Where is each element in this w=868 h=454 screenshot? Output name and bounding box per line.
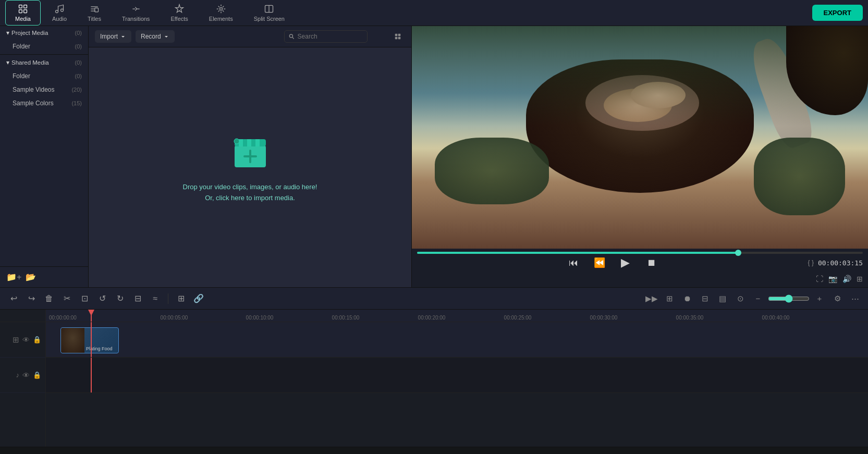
timeline-scrollbar[interactable] [0, 447, 868, 454]
music-icon[interactable]: ♪ [16, 371, 20, 379]
detach-audio-button[interactable]: ⊟ [130, 291, 145, 306]
snapshot-button[interactable]: 📷 [828, 275, 837, 283]
svg-rect-13 [398, 34, 401, 36]
svg-rect-3 [24, 10, 27, 13]
preview-panel: ⏮ ⏪ ▶ ⏹ { } 00:00:03:15 ⛶ 📷 🔊 ⊞ [412, 26, 868, 287]
search-input[interactable] [298, 33, 363, 40]
svg-line-11 [292, 38, 294, 39]
zoom-in-button[interactable]: + [813, 292, 826, 305]
grid-view-button[interactable] [390, 31, 405, 42]
nav-titles-label: Titles [88, 16, 101, 22]
skip-back-button[interactable]: ⏮ [566, 255, 581, 271]
sidebar-divider-1 [0, 54, 88, 55]
ruler-mark-2: 00:00:10:00 [246, 315, 274, 321]
zoom-slider[interactable] [768, 295, 810, 303]
nav-titles[interactable]: Titles [78, 1, 111, 25]
add-folder-icon[interactable]: 📁+ [6, 272, 21, 282]
sidebar-project-media[interactable]: ▾ Project Media (0) [0, 26, 88, 40]
nav-transitions[interactable]: Transitions [113, 1, 159, 25]
ruler-mark-6: 00:00:30:00 [590, 315, 618, 321]
sidebar-project-folder[interactable]: Folder (0) [0, 40, 88, 53]
nav-effects[interactable]: Effects [161, 1, 197, 25]
ruler-mark-1: 00:00:05:00 [161, 315, 188, 321]
zoom-out-button[interactable]: − [751, 292, 765, 305]
tl-icon-5[interactable]: ▤ [716, 292, 729, 305]
folder-icon[interactable]: 📂 [26, 272, 36, 282]
playhead-video [91, 322, 92, 357]
svg-point-10 [289, 34, 292, 38]
svg-rect-2 [19, 10, 22, 13]
step-back-button[interactable]: ⏪ [592, 255, 607, 271]
nav-media[interactable]: Media [5, 0, 41, 26]
cut-button[interactable]: ✂ [59, 291, 74, 306]
svg-rect-0 [19, 5, 22, 8]
chevron-down-icon: ▾ [6, 29, 9, 36]
video-clip[interactable]: 1.00 x ✕ Plating Food [60, 327, 119, 353]
delete-button[interactable]: 🗑 [42, 291, 56, 306]
redo-button[interactable]: ↪ [24, 291, 39, 306]
controls-center: ⏮ ⏪ ▶ ⏹ [417, 255, 808, 271]
filter-button[interactable] [372, 31, 386, 42]
link-button[interactable]: 🔗 [191, 291, 206, 306]
nav-audio[interactable]: Audio [43, 1, 76, 25]
eye-icon[interactable]: 👁 [22, 336, 30, 344]
svg-point-4 [56, 10, 58, 13]
tracks-scroll-area[interactable]: 00:00:00:00 00:00:05:00 00:00:10:00 00:0… [46, 310, 868, 447]
tl-icon-2[interactable]: ⊞ [663, 292, 676, 305]
sidebar-project-media-section: ▾ Project Media (0) Folder (0) [0, 26, 88, 53]
sidebar-shared-folder[interactable]: Folder (0) [0, 69, 88, 83]
volume-button[interactable]: 🔊 [842, 275, 851, 283]
content-empty-state[interactable]: Drop your video clips, images, or audio … [89, 47, 411, 287]
main-area: ▾ Project Media (0) Folder (0) ▾ Shared … [0, 26, 868, 287]
rotate-left-button[interactable]: ↺ [95, 291, 109, 306]
playhead-ruler [91, 310, 92, 322]
tl-icon-1[interactable]: ▶▶ [645, 292, 658, 305]
svg-rect-14 [395, 37, 398, 40]
snap-button[interactable]: ⊞ [174, 291, 188, 306]
nav-effects-label: Effects [170, 16, 188, 22]
audio-eye-icon[interactable]: 👁 [22, 371, 30, 379]
tl-icon-4[interactable]: ⊟ [698, 292, 712, 305]
tl-settings-icon[interactable]: ⚙ [830, 292, 844, 305]
crop-button[interactable]: ⊡ [77, 291, 92, 306]
tl-more-icon[interactable]: ⋯ [848, 292, 862, 305]
nav-elements-label: Elements [209, 16, 233, 22]
tl-record-icon[interactable]: ⏺ [680, 292, 694, 305]
timeline-toolbar: ↩ ↪ 🗑 ✂ ⊡ ↺ ↻ ⊟ ≈ ⊞ 🔗 ▶▶ ⊞ ⏺ ⊟ ▤ ⊙ − + ⚙… [0, 288, 868, 310]
lock-icon[interactable]: 🔒 [33, 336, 41, 343]
preview-controls: ⏮ ⏪ ▶ ⏹ { } 00:00:03:15 ⛶ 📷 🔊 ⊞ [412, 249, 868, 287]
import-button[interactable]: Import [95, 30, 131, 43]
timeline-right-controls: ▶▶ ⊞ ⏺ ⊟ ▤ ⊙ − + ⚙ ⋯ [645, 292, 862, 305]
sidebar-sample-colors[interactable]: Sample Colors (15) [0, 96, 88, 110]
nav-elements[interactable]: Elements [200, 1, 242, 25]
undo-button[interactable]: ↩ [6, 291, 21, 306]
sidebar-bottom-icons: 📁+ 📂 [0, 266, 88, 287]
progress-bar[interactable] [417, 252, 863, 254]
audio-settings-button[interactable]: ≈ [148, 291, 163, 306]
record-button[interactable]: Record [136, 30, 175, 43]
sidebar-shared-media[interactable]: ▾ Shared Media (0) [0, 56, 88, 69]
pip-button[interactable]: ⊞ [857, 275, 863, 283]
sidebar-sample-colors-label: Sample Colors [13, 100, 54, 107]
controls-row: ⏮ ⏪ ▶ ⏹ { } 00:00:03:15 [412, 254, 868, 274]
record-label: Record [141, 33, 161, 40]
play-button[interactable]: ▶ [618, 255, 633, 271]
sidebar-project-folder-label: Folder [13, 43, 30, 50]
sidebar-shared-media-label: Shared Media [11, 59, 49, 66]
sidebar-bottom [0, 110, 88, 266]
nav-splitscreen[interactable]: Split Screen [244, 1, 294, 25]
video-track-label: ⊞ 👁 🔒 [0, 322, 45, 358]
stop-button[interactable]: ⏹ [644, 255, 659, 271]
audio-lock-icon[interactable]: 🔒 [33, 371, 41, 379]
time-bracket-left: { } [808, 259, 814, 266]
grid-icon[interactable]: ⊞ [13, 335, 19, 345]
nav-audio-label: Audio [52, 16, 67, 22]
rotate-right-button[interactable]: ↻ [113, 291, 127, 306]
time-display: 00:00:03:15 [818, 259, 863, 267]
tl-icon-6[interactable]: ⊙ [733, 292, 747, 305]
svg-rect-18 [239, 139, 243, 146]
sidebar-sample-videos[interactable]: Sample Videos (20) [0, 83, 88, 96]
export-button[interactable]: EXPORT [812, 5, 863, 21]
fullscreen-button[interactable]: ⛶ [816, 275, 823, 283]
nav-splitscreen-label: Split Screen [254, 16, 285, 22]
